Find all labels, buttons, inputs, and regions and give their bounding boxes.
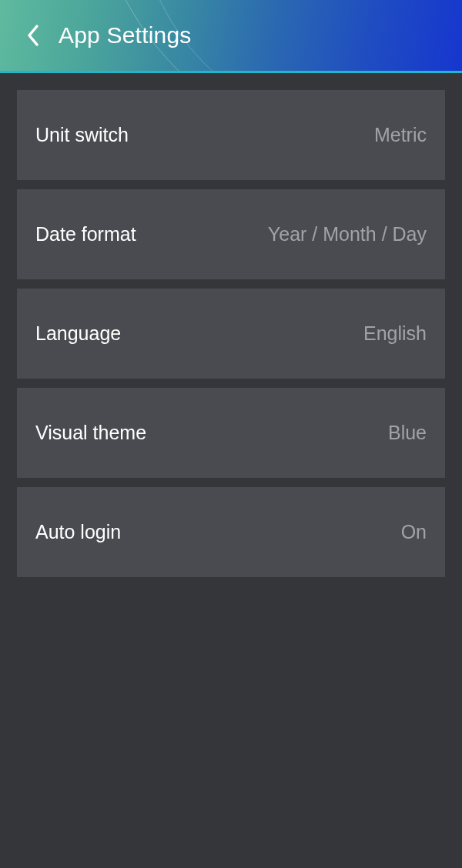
setting-label: Visual theme bbox=[35, 422, 146, 444]
setting-date-format[interactable]: Date format Year / Month / Day bbox=[17, 189, 445, 279]
setting-label: Auto login bbox=[35, 521, 121, 543]
app-header: App Settings bbox=[0, 0, 462, 73]
setting-auto-login[interactable]: Auto login On bbox=[17, 487, 445, 577]
setting-unit-switch[interactable]: Unit switch Metric bbox=[17, 90, 445, 180]
setting-visual-theme[interactable]: Visual theme Blue bbox=[17, 388, 445, 478]
page-title: App Settings bbox=[59, 22, 192, 48]
setting-label: Language bbox=[35, 322, 121, 345]
setting-value: On bbox=[401, 521, 427, 543]
setting-language[interactable]: Language English bbox=[17, 289, 445, 379]
back-icon[interactable] bbox=[20, 22, 46, 48]
setting-label: Unit switch bbox=[35, 124, 129, 146]
settings-list: Unit switch Metric Date format Year / Mo… bbox=[0, 73, 462, 603]
setting-value: Blue bbox=[388, 422, 427, 444]
setting-value: English bbox=[363, 322, 427, 345]
setting-label: Date format bbox=[35, 223, 136, 245]
setting-value: Year / Month / Day bbox=[268, 223, 427, 245]
setting-value: Metric bbox=[374, 124, 427, 146]
